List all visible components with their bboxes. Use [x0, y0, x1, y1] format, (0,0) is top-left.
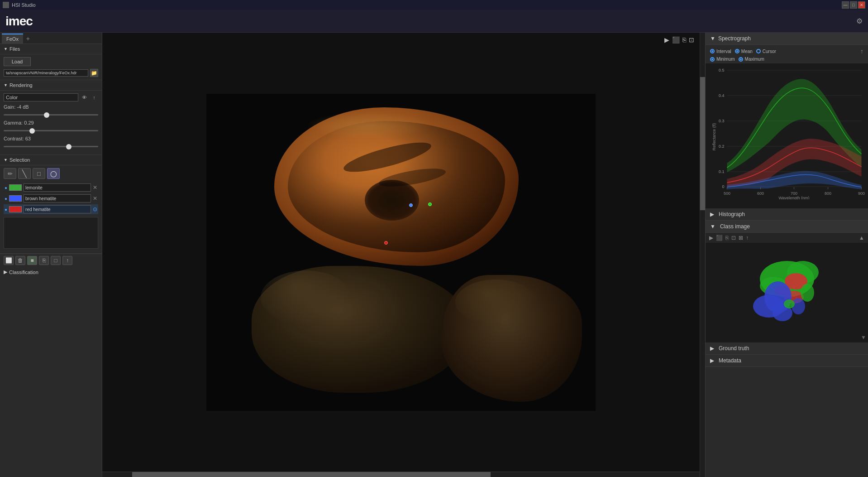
svg-text:0.1: 0.1 [719, 169, 725, 174]
tab-feox[interactable]: FeOx [2, 34, 23, 43]
svg-point-38 [784, 299, 795, 308]
svg-text:0.5: 0.5 [719, 68, 725, 72]
svg-text:Reflectance (fl): Reflectance (fl) [712, 123, 716, 151]
metadata-section: ▶ Metadata [706, 355, 868, 367]
legend-cursor[interactable]: Cursor [756, 48, 776, 55]
tab-add-button[interactable]: + [24, 34, 32, 43]
class-export1-icon[interactable]: ↑ [746, 235, 749, 241]
class-record-icon[interactable]: ⬛ [716, 235, 723, 241]
mean-radio[interactable] [735, 49, 739, 53]
expand-icon[interactable]: ⊡ [689, 36, 694, 43]
svg-text:500: 500 [724, 191, 730, 196]
classification-chevron: ▶ [4, 269, 7, 275]
marker-red [384, 241, 388, 245]
pencil-tool[interactable]: ✏ [4, 168, 16, 179]
brown-hematite-color-swatch[interactable] [9, 195, 22, 202]
class-image-svg [728, 247, 846, 338]
gain-slider[interactable] [4, 114, 98, 116]
legend-upload-icon[interactable]: ↑ [860, 48, 863, 55]
copy-class-button[interactable]: ⎘ [39, 256, 49, 265]
rendering-mode-select[interactable]: Color Grayscale Falsecolor [4, 93, 78, 101]
file-path-row: 📁 [4, 69, 98, 77]
red-hematite-delete-icon[interactable]: ⊙ [93, 206, 97, 212]
selection-toolbar: ⬜ 🗑 ■ ⎘ □ ↑ [0, 254, 102, 267]
class-image-toolbar: ▶ ⬛ ⎘ ⊡ ⊠ ↑ ▲ [706, 233, 868, 243]
interval-radio[interactable] [710, 49, 715, 53]
marker-blue [409, 203, 413, 207]
play-icon[interactable]: ▶ [664, 36, 669, 43]
metadata-chevron: ▶ [710, 357, 714, 364]
legend-minimum[interactable]: Minimum [710, 57, 735, 62]
class-scroll-down-icon[interactable]: ▼ [861, 334, 866, 341]
histograph-chevron: ▶ [710, 211, 714, 217]
vertical-scrollbar[interactable] [700, 33, 705, 477]
class-image-header[interactable]: ▼ Class image [706, 221, 868, 233]
add-class-button[interactable]: ⬜ [4, 256, 14, 265]
gamma-slider[interactable] [4, 130, 98, 131]
red-hematite-color-swatch[interactable] [9, 206, 22, 212]
maximum-radio[interactable] [739, 57, 743, 62]
class-scroll-up-icon[interactable]: ▲ [859, 235, 864, 241]
lemonite-color-swatch[interactable] [9, 184, 22, 191]
svg-point-37 [801, 284, 814, 302]
brown-hematite-visibility-icon[interactable]: ● [5, 196, 7, 201]
ground-truth-header[interactable]: ▶ Ground truth [706, 342, 868, 355]
class-play-icon[interactable]: ▶ [709, 235, 713, 241]
cursor-label: Cursor [763, 49, 776, 54]
marker-green [428, 202, 432, 206]
image-viewer: ▶ ⬛ ⎘ ⊡ [102, 33, 700, 477]
lemonite-visibility-icon[interactable]: ● [5, 185, 7, 190]
vertical-scrollbar-thumb[interactable] [700, 77, 705, 210]
settings-icon[interactable]: ⚙ [856, 17, 863, 25]
lemonite-name-input[interactable] [24, 183, 91, 192]
rendering-section-header[interactable]: ▼ Rendering [0, 80, 102, 91]
brown-hematite-name-input[interactable] [24, 194, 91, 202]
legend-mean[interactable]: Mean [735, 48, 753, 55]
rock-top-light [306, 112, 433, 139]
red-hematite-visibility-icon[interactable]: ● [5, 207, 7, 212]
rect-tool[interactable]: □ [33, 168, 45, 179]
copy-icon[interactable]: ⎘ [682, 36, 686, 43]
load-button[interactable]: Load [4, 57, 31, 66]
histograph-header[interactable]: ▶ Histograph [706, 208, 868, 221]
file-path-input[interactable] [4, 69, 88, 77]
minimum-radio[interactable] [710, 57, 715, 62]
selection-section-header[interactable]: ▼ Selection [0, 155, 102, 165]
maximize-button[interactable]: □ [850, 1, 857, 9]
svg-text:900: 900 [858, 191, 865, 196]
contrast-slider[interactable] [4, 146, 98, 147]
svg-text:0: 0 [722, 184, 724, 189]
horizontal-scrollbar-thumb[interactable] [132, 472, 491, 477]
files-section-content: Load 📁 [0, 54, 102, 80]
files-section-header[interactable]: ▼ Files [0, 44, 102, 54]
record-icon[interactable]: ⬛ [672, 36, 680, 43]
folder-browse-button[interactable]: 📁 [90, 69, 98, 77]
legend-interval[interactable]: Interval [710, 48, 731, 55]
main-image-container[interactable] [102, 33, 700, 472]
line-tool[interactable]: ╲ [18, 168, 31, 179]
paste-class-button[interactable]: □ [51, 256, 61, 265]
brown-hematite-delete-icon[interactable]: ✕ [93, 195, 97, 202]
metadata-title: Metadata [719, 357, 741, 364]
red-hematite-name-input[interactable] [24, 205, 91, 213]
rendering-export-button[interactable]: ↑ [90, 93, 98, 101]
export-class-button[interactable]: ↑ [62, 256, 72, 265]
class-shrink-icon[interactable]: ⊡ [731, 235, 736, 241]
ellipse-tool[interactable]: ◯ [47, 168, 60, 179]
cursor-radio[interactable] [756, 49, 761, 53]
legend-maximum[interactable]: Maximum [739, 57, 764, 62]
delete-class-button[interactable]: 🗑 [15, 256, 25, 265]
lemonite-delete-icon[interactable]: ✕ [93, 184, 97, 191]
spectrograph-header[interactable]: ▼ Spectrograph [706, 33, 868, 45]
minimize-button[interactable]: — [842, 1, 849, 9]
rendering-visibility-button[interactable]: 👁 [80, 93, 88, 101]
toggle-class-button[interactable]: ■ [27, 256, 37, 265]
rendering-chevron: ▼ [4, 83, 8, 87]
class-copy-icon[interactable]: ⎘ [725, 235, 729, 241]
classification-section-header[interactable]: ▶ Classification [0, 267, 102, 277]
class-expand-icon[interactable]: ⊠ [739, 235, 743, 241]
maximum-label: Maximum [745, 57, 764, 62]
close-button[interactable]: ✕ [858, 1, 865, 9]
horizontal-scrollbar[interactable] [102, 472, 700, 477]
metadata-header[interactable]: ▶ Metadata [706, 355, 868, 367]
